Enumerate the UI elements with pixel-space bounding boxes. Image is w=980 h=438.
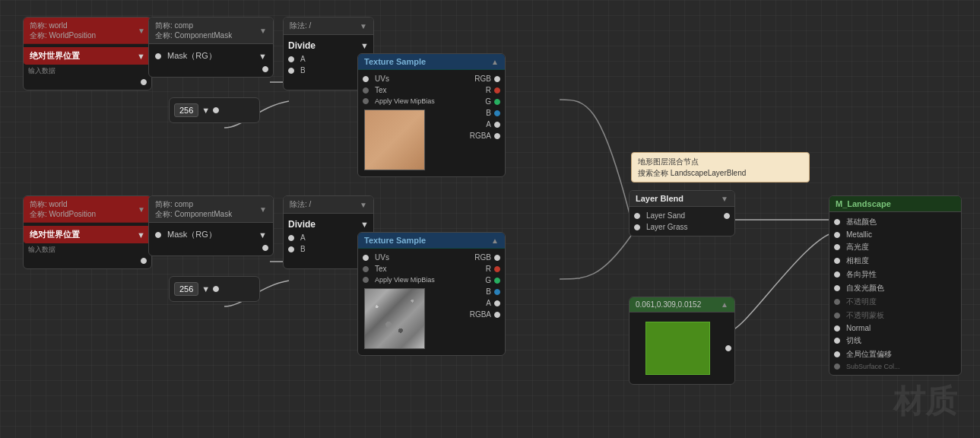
texture1-g-label: G	[485, 97, 491, 106]
texture2-tex-label: Tex	[375, 265, 387, 273]
worldpos2-collapse-btn[interactable]: ▼	[138, 205, 145, 214]
colorvalue-out-pin	[725, 345, 731, 351]
worldpos1-header-line1: 简称: world	[30, 21, 96, 30]
texture1-uvs-pin	[363, 76, 369, 82]
mask1-output-row	[149, 65, 273, 74]
layerblend-title: Layer Blend	[636, 194, 683, 203]
texture1-body: UVs Tex Apply View MipBias RGB	[358, 70, 505, 176]
worldpos1-sub-label: 输入数据	[28, 66, 56, 76]
worldpos1-body: 绝对世界位置 ▼ 输入数据	[24, 44, 151, 90]
texture2-g-pin	[494, 278, 500, 284]
worldpos1-collapse-btn[interactable]: ▼	[138, 27, 145, 35]
texture1-rgb-pin	[494, 76, 500, 82]
const256-1-body: 256 ▼	[170, 98, 259, 122]
divide2-title: Divide	[288, 219, 316, 230]
mask2-main-label: Mask（RG）	[167, 229, 217, 240]
worldpos2-sub-label: 输入数据	[28, 245, 56, 255]
layerblend-node: Layer Blend ▼ Layer Sand Layer Grass	[629, 190, 735, 236]
layerblend-collapse-btn[interactable]: ▼	[721, 195, 728, 203]
texture2-body: UVs Tex Apply View MipBias RGB	[358, 249, 505, 355]
texture2-main-area: UVs Tex Apply View MipBias RGB	[358, 252, 505, 352]
divide2-a-pin	[288, 235, 294, 241]
landscape-anisotropy-pin	[834, 271, 840, 278]
texture2-a-label: A	[486, 299, 491, 307]
texture1-b-row: B	[465, 107, 505, 119]
divide2-header-label: 除法: /	[290, 199, 311, 210]
mask1-header: 简称: comp 全称: ComponentMask ▼	[149, 17, 273, 44]
mask2-collapse-btn[interactable]: ▼	[259, 205, 267, 214]
landscape-title: M_Landscape	[836, 199, 891, 208]
texture1-r-pin	[494, 87, 500, 94]
colorvalue-collapse-btn[interactable]: ▲	[721, 300, 728, 309]
worldpos1-out-pin	[141, 79, 147, 85]
texture2-rgba-label: RGBA	[470, 310, 491, 319]
texture2-a-row: A	[465, 297, 505, 309]
mask2-header: 简称: comp 全称: ComponentMask ▼	[149, 196, 273, 223]
worldpos1-expand-btn[interactable]: ▼	[137, 52, 145, 61]
landscape-header: M_Landscape	[829, 196, 961, 212]
texture2-mip-pin	[363, 277, 369, 283]
divide2-collapse-btn[interactable]: ▼	[360, 201, 367, 209]
landscape-basecolor-pin	[834, 219, 840, 225]
texture2-rgb-pin	[494, 255, 500, 261]
layerblend-sand-pin	[634, 213, 640, 219]
texture2-mip-label: Apply View MipBias	[375, 276, 435, 284]
layerblend-grass-label: Layer Grass	[646, 223, 687, 231]
mask-node-1: 简称: comp 全称: ComponentMask ▼ Mask（RG） ▼	[148, 17, 274, 78]
divide1-header-label: 除法: /	[290, 21, 311, 31]
const256-1-out-pin	[213, 107, 219, 113]
divide1-collapse-btn[interactable]: ▼	[360, 22, 367, 30]
landscape-node: M_Landscape 基础颜色 Metallic 高光度 相粗度 各向异性 自…	[829, 195, 962, 376]
texture2-b-pin	[494, 289, 500, 295]
colorvalue-header: 0.061,0.309,0.0152 ▲	[630, 297, 734, 313]
divide1-b-label: B	[300, 66, 306, 75]
texture2-uvs-row: UVs	[358, 252, 465, 263]
layerblend-sand-out-pin	[724, 213, 730, 219]
texture2-b-row: B	[465, 286, 505, 297]
const256-2-expand-btn[interactable]: ▼	[201, 284, 210, 294]
texture-node-2: Texture Sample ▲ UVs Tex Apply View MipB…	[357, 232, 506, 356]
colorvalue-preview-row	[630, 316, 734, 381]
mask1-header-line2: 全称: ComponentMask	[155, 30, 232, 40]
divide1-expand-btn[interactable]: ▼	[360, 41, 369, 50]
mask2-expand-btn[interactable]: ▼	[258, 230, 267, 240]
watermark: 材质	[893, 380, 957, 423]
worldpos2-header-line1: 简称: world	[30, 199, 96, 209]
worldpos2-sublabel-row: 输入数据	[24, 243, 151, 256]
texture1-main-area: UVs Tex Apply View MipBias RGB	[358, 73, 505, 173]
mask1-collapse-btn[interactable]: ▼	[259, 27, 267, 35]
texture1-rgba-row: RGBA	[465, 130, 505, 141]
divide1-b-pin	[288, 68, 294, 74]
landscape-emissive-label: 自发光颜色	[846, 283, 884, 294]
texture1-title: Texture Sample	[364, 57, 426, 66]
const256-2-body: 256 ▼	[170, 277, 259, 301]
const256-1-expand-btn[interactable]: ▼	[201, 106, 210, 115]
mask1-expand-btn[interactable]: ▼	[258, 52, 267, 61]
layerblend-header: Layer Blend ▼	[630, 191, 734, 207]
landscape-worldpos-pin	[834, 351, 840, 357]
divide1-title: Divide	[288, 40, 316, 51]
texture1-mip-pin	[363, 98, 369, 104]
texture1-a-pin	[494, 122, 500, 128]
divide2-expand-btn[interactable]: ▼	[360, 220, 369, 229]
worldpos1-output-row	[24, 78, 151, 87]
texture1-collapse-btn[interactable]: ▲	[491, 58, 499, 66]
texture2-title: Texture Sample	[364, 236, 426, 245]
texture1-rgba-pin	[494, 133, 500, 139]
const256-1-value[interactable]: 256	[174, 103, 198, 117]
mask1-in-pin	[155, 53, 161, 59]
worldpos2-header: 简称: world 全称: WorldPosition ▼	[24, 196, 151, 223]
landscape-opacity-row: 不透明度	[829, 295, 961, 309]
texture1-rgb-label: RGB	[474, 75, 491, 83]
const256-2-value[interactable]: 256	[174, 282, 198, 296]
mask1-body: Mask（RG） ▼	[149, 44, 273, 77]
texture2-collapse-btn[interactable]: ▲	[491, 236, 499, 245]
texture1-tex-pin	[363, 87, 369, 94]
worldpos2-expand-btn[interactable]: ▼	[137, 230, 145, 240]
texture1-r-row: R	[465, 84, 505, 96]
texture2-r-row: R	[465, 263, 505, 275]
worldpos1-header-line2: 全称: WorldPosition	[30, 30, 96, 40]
landscape-basecolor-row: 基础颜色	[829, 215, 961, 229]
mask2-header-line2: 全称: ComponentMask	[155, 209, 232, 219]
texture1-tex-row: Tex	[358, 84, 465, 96]
